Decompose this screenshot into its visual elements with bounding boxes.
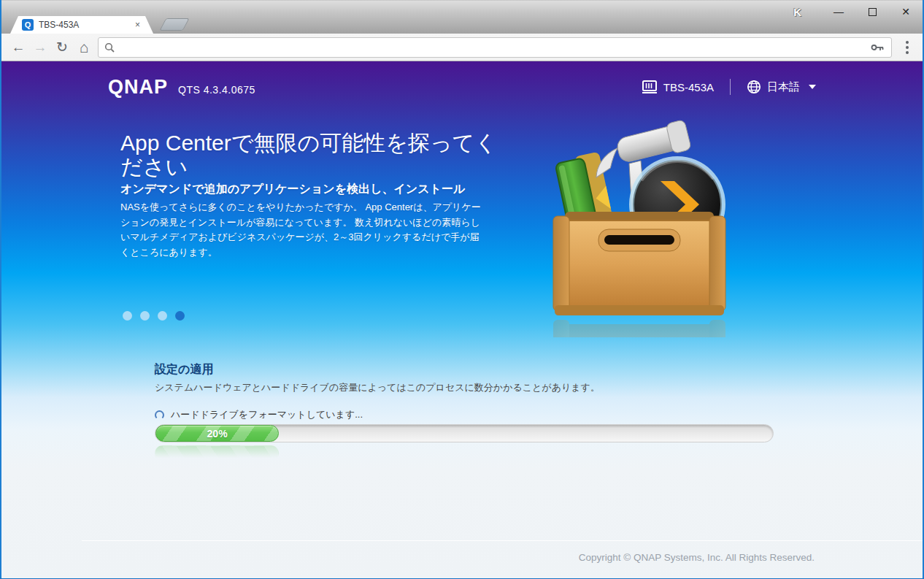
qnap-favicon-icon: Q <box>22 19 34 31</box>
back-button[interactable]: ← <box>7 37 29 58</box>
language-label: 日本語 <box>767 80 800 94</box>
browser-window: Q TBS-453A × K — ✕ ← → ↻ ⌂ <box>0 0 924 579</box>
progress-bar: 20% <box>155 424 774 442</box>
keyboard-indicator: K <box>793 6 801 18</box>
qnap-logo: QNAP <box>108 77 168 97</box>
tab-close-icon[interactable]: × <box>134 20 142 30</box>
hero-subtitle: オンデマンドで追加のアプリケーションを検出し、インストール <box>120 182 515 197</box>
titlebar: Q TBS-453A × K — ✕ <box>1 0 923 34</box>
maximize-button[interactable] <box>855 1 889 22</box>
qts-setup-page: QNAP QTS 4.3.4.0675 TBS-453A <box>1 61 923 578</box>
reload-button[interactable]: ↻ <box>51 37 73 58</box>
language-selector[interactable]: 日本語 <box>747 80 816 94</box>
progress-percent-label: 20% <box>207 428 228 440</box>
address-input[interactable] <box>119 42 871 53</box>
carousel-dot[interactable] <box>123 311 132 321</box>
carousel-dot[interactable] <box>140 311 150 321</box>
toolbox-icon <box>553 212 725 315</box>
status-row: ハードドライブをフォーマットしています... <box>155 408 363 421</box>
search-icon <box>104 42 115 53</box>
hero-body: NASを使ってさらに多くのことをやりたかったですか。 App Centerは、ア… <box>120 200 487 260</box>
carousel-dot[interactable] <box>158 311 167 321</box>
maximize-icon <box>869 8 877 16</box>
app-center-toolbox-illustration <box>547 118 734 337</box>
carousel-dot-active[interactable] <box>175 311 185 321</box>
footer-divider <box>82 540 923 541</box>
close-button[interactable]: ✕ <box>889 1 923 22</box>
globe-icon <box>747 80 761 94</box>
key-icon[interactable] <box>871 43 885 52</box>
apply-section-title: 設定の適用 <box>155 362 213 377</box>
device-name-group: TBS-453A <box>642 80 714 94</box>
address-bar[interactable] <box>98 37 892 58</box>
copyright-text: Copyright © QNAP Systems, Inc. All Right… <box>579 552 815 563</box>
minimize-button[interactable]: — <box>822 1 855 22</box>
format-status-text: ハードドライブをフォーマットしています... <box>171 408 363 421</box>
forward-button[interactable]: → <box>29 37 51 58</box>
qts-version: QTS 4.3.4.0675 <box>178 84 255 96</box>
nas-device-icon <box>642 80 658 94</box>
chevron-down-icon <box>809 85 816 89</box>
home-button[interactable]: ⌂ <box>73 37 95 58</box>
qts-header: QNAP QTS 4.3.4.0675 TBS-453A <box>108 76 816 98</box>
progress-bar-reflection <box>155 445 774 461</box>
tab-title: TBS-453A <box>39 20 128 30</box>
device-name: TBS-453A <box>663 81 714 93</box>
apply-section-description: システムハードウェアとハードドライブの容量によってはこのプロセスに数分かかること… <box>155 381 600 394</box>
carousel-dots <box>123 311 185 321</box>
hero-title: App Centerで無限の可能性を探ってください <box>120 131 507 179</box>
browser-menu-icon[interactable] <box>898 41 917 54</box>
browser-toolbar: ← → ↻ ⌂ <box>1 34 923 61</box>
illustration-reflection <box>553 320 725 337</box>
header-divider <box>730 79 731 95</box>
browser-tab[interactable]: Q TBS-453A × <box>10 16 153 34</box>
new-tab-button[interactable] <box>161 19 188 30</box>
progress-bar-fill: 20% <box>155 425 279 442</box>
loading-spinner-icon <box>155 410 164 420</box>
